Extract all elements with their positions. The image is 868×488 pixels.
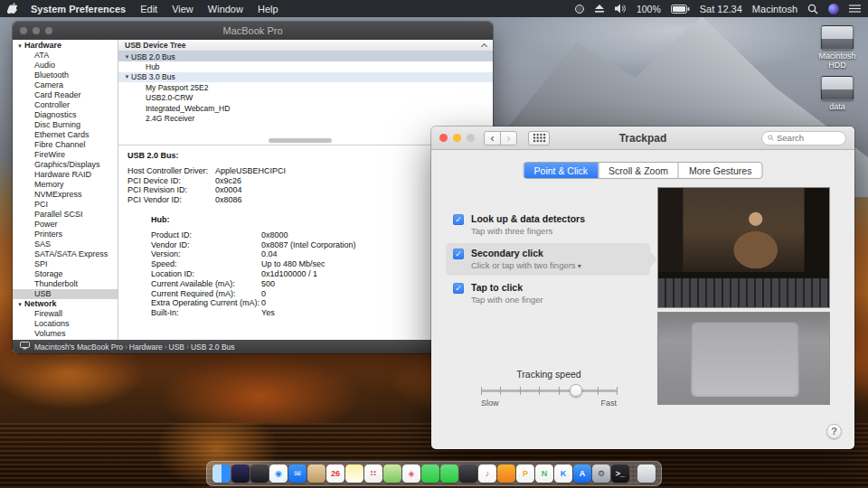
dock-icon-photo-booth[interactable] <box>459 465 477 483</box>
tree-row-usb-3-0-bus[interactable]: ▼USB 3.0 Bus <box>118 72 493 82</box>
sidebar-item-thunderbolt[interactable]: Thunderbolt <box>13 279 118 289</box>
tree-row-usb-2-0-bus[interactable]: ▼USB 2.0 Bus <box>118 52 493 61</box>
trackpad-titlebar[interactable]: ‹ › Trackpad <box>431 127 854 150</box>
minimize-button[interactable] <box>453 134 461 142</box>
tab-scroll-zoom[interactable]: Scroll & Zoom <box>599 163 679 178</box>
search-input[interactable] <box>777 133 840 143</box>
dock-icon-ibooks[interactable] <box>497 465 515 483</box>
sidebar-item-ethernet-cards[interactable]: Ethernet Cards <box>13 130 118 140</box>
sidebar-item-locations[interactable]: Locations <box>13 319 118 329</box>
siri-icon[interactable] <box>828 4 839 14</box>
breadcrumb-item[interactable]: Hardware <box>129 343 163 352</box>
slider-thumb[interactable] <box>570 384 582 397</box>
breadcrumb-item[interactable]: Macintosh's MacBook Pro <box>34 343 123 352</box>
tree-row-usb2-0-crw[interactable]: USB2.0-CRW <box>118 93 493 103</box>
sidebar-item-sas[interactable]: SAS <box>13 239 118 249</box>
dock-icon-terminal[interactable]: >_ <box>611 465 629 483</box>
sidebar-item-spi[interactable]: SPI <box>13 259 118 269</box>
menu-bar-clock[interactable]: Sat 12.34 <box>700 4 742 14</box>
disclosure-triangle-icon[interactable]: ▼ <box>123 74 131 80</box>
dock-icon-siri[interactable] <box>231 465 250 483</box>
dock-icon-keynote[interactable]: K <box>554 465 572 483</box>
sidebar-item-power[interactable]: Power <box>13 220 118 230</box>
eject-icon[interactable] <box>594 4 605 14</box>
sidebar-item-storage[interactable]: Storage <box>13 269 118 279</box>
collapse-chevron-icon[interactable] <box>481 42 487 49</box>
checkbox-look-up-data-detectors[interactable]: ✓ <box>453 214 464 225</box>
menu-system-preferences[interactable]: System Preferences <box>31 4 126 14</box>
menu-window[interactable]: Window <box>208 4 243 14</box>
dock-icon-system-preferences[interactable]: ⚙ <box>592 465 610 483</box>
apple-menu-icon[interactable] <box>7 3 18 15</box>
tree-row-integrated-webcam-hd[interactable]: Integrated_Webcam_HD <box>118 103 493 113</box>
help-button[interactable]: ? <box>826 424 842 439</box>
sidebar-item-hardware-raid[interactable]: Hardware RAID <box>13 170 118 180</box>
sidebar-item-camera[interactable]: Camera <box>13 80 118 90</box>
sidebar-item-bluetooth[interactable]: Bluetooth <box>13 70 118 80</box>
sidebar-item-firewire[interactable]: FireWire <box>13 150 118 160</box>
minimize-button[interactable] <box>33 27 40 34</box>
sidebar-item-memory[interactable]: Memory <box>13 180 118 190</box>
sidebar-item-controller[interactable]: Controller <box>13 100 118 110</box>
dock-icon-mail[interactable]: ✉ <box>288 465 307 483</box>
user-menu-label[interactable]: Macintosh <box>752 4 797 14</box>
tree-row-2-4g-receiver[interactable]: 2.4G Receiver <box>118 113 493 123</box>
dock-icon-contacts[interactable] <box>307 465 326 483</box>
disclosure-triangle-icon[interactable]: ▼ <box>123 54 131 60</box>
sidebar-item-card-reader[interactable]: Card Reader <box>13 90 118 100</box>
menu-help[interactable]: Help <box>258 4 278 14</box>
desktop-icon-macintosh-hdd[interactable]: Macintosh HDD <box>812 25 863 70</box>
menu-edit[interactable]: Edit <box>140 4 157 14</box>
forward-button[interactable]: › <box>500 131 517 145</box>
zoom-button[interactable] <box>467 134 475 142</box>
dock-icon-photos[interactable]: ◈ <box>402 465 420 483</box>
dock-icon-maps[interactable] <box>383 465 401 483</box>
notification-center-icon[interactable] <box>849 4 861 14</box>
dock-icon-messages[interactable] <box>421 465 439 483</box>
back-button[interactable]: ‹ <box>484 131 501 145</box>
dock-icon-app-store[interactable]: A <box>573 465 591 483</box>
close-button[interactable] <box>20 27 27 34</box>
dropdown-chevron-icon[interactable]: ▾ <box>576 262 581 270</box>
horizontal-scrollbar-thumb[interactable] <box>269 138 332 143</box>
dock-icon-safari[interactable]: ◉ <box>269 465 288 483</box>
spotlight-icon[interactable] <box>807 4 818 14</box>
breadcrumb-item[interactable]: USB 2.0 Bus <box>191 343 235 352</box>
breadcrumb-item[interactable]: USB <box>169 343 184 352</box>
battery-icon[interactable] <box>671 5 690 14</box>
sidebar-item-nvmexpress[interactable]: NVMExpress <box>13 190 118 200</box>
sidebar-section-hardware[interactable]: ▼Hardware <box>13 41 118 51</box>
sidebar-item-usb[interactable]: USB <box>13 289 118 299</box>
desktop-icon-data[interactable]: data <box>812 76 863 111</box>
zoom-button[interactable] <box>45 27 52 34</box>
show-all-button[interactable] <box>528 131 550 145</box>
tracking-speed-slider[interactable] <box>481 383 617 398</box>
dock-icon-finder[interactable] <box>212 465 231 483</box>
tab-more-gestures[interactable]: More Gestures <box>679 163 761 178</box>
dock-icon-reminders[interactable]: ∷ <box>364 465 382 483</box>
dock-icon-numbers[interactable]: N <box>535 465 553 483</box>
sidebar-item-volumes[interactable]: Volumes <box>13 329 118 339</box>
dock-icon-calendar[interactable]: 26 <box>326 465 344 483</box>
sidebar-section-network[interactable]: ▼Network <box>13 299 118 309</box>
sidebar-item-diagnostics[interactable]: Diagnostics <box>13 110 118 120</box>
sidebar-item-disc-burning[interactable]: Disc Burning <box>13 120 118 130</box>
slider-track[interactable] <box>481 389 617 392</box>
sidebar-item-ata[interactable]: ATA <box>13 51 118 61</box>
sidebar-item-printers[interactable]: Printers <box>13 230 118 239</box>
sidebar-item-graphics-displays[interactable]: Graphics/Displays <box>13 160 118 170</box>
sidebar-item-pci[interactable]: PCI <box>13 200 118 210</box>
system-information-titlebar[interactable]: MacBook Pro <box>13 22 493 40</box>
menu-view[interactable]: View <box>172 4 193 14</box>
tab-point-click[interactable]: Point & Click <box>524 163 599 178</box>
search-field[interactable] <box>761 131 846 145</box>
dock-icon-facetime[interactable] <box>440 465 458 483</box>
tree-row-hub[interactable]: Hub <box>118 61 493 71</box>
dock-icon-pages[interactable]: P <box>516 465 534 483</box>
dock-icon-notes[interactable] <box>345 465 363 483</box>
checkbox-tap-to-click[interactable]: ✓ <box>453 283 464 294</box>
sidebar-item-firewall[interactable]: Firewall <box>13 309 118 319</box>
close-button[interactable] <box>439 134 448 142</box>
sidebar-item-fibre-channel[interactable]: Fibre Channel <box>13 140 118 150</box>
dock-icon-trash[interactable] <box>637 465 656 483</box>
